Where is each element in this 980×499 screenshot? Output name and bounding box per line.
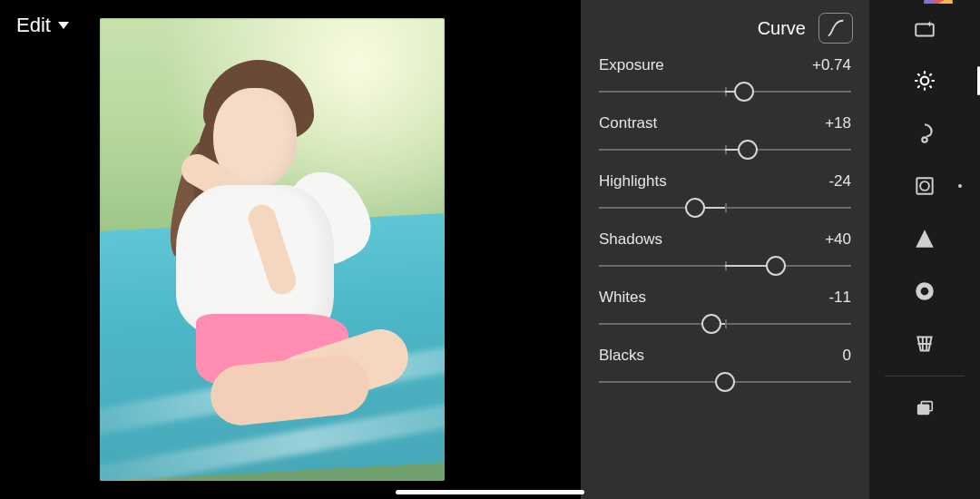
- auto-icon: [913, 18, 936, 42]
- curve-button[interactable]: [818, 13, 853, 44]
- svg-point-3: [921, 77, 929, 85]
- svg-rect-9: [918, 405, 929, 414]
- slider-label: Whites: [599, 289, 646, 307]
- slider-exposure: Exposure+0.74: [599, 56, 851, 102]
- svg-point-4: [922, 137, 926, 142]
- slider-track[interactable]: [599, 82, 851, 102]
- tool-auto[interactable]: [869, 5, 980, 54]
- geometry-icon: [913, 332, 936, 356]
- slider-contrast: Contrast+18: [599, 114, 851, 160]
- slider-header: Whites-11: [599, 289, 851, 307]
- svg-point-6: [920, 181, 929, 191]
- slider-label: Contrast: [599, 114, 657, 132]
- effects-icon: [913, 174, 936, 198]
- slider-list: Exposure+0.74Contrast+18Highlights-24Sha…: [581, 45, 869, 392]
- slider-label: Highlights: [599, 172, 667, 191]
- light-icon: [913, 69, 936, 93]
- versions-icon: [915, 398, 935, 418]
- chevron-down-icon: [58, 22, 69, 29]
- tool-strip: [869, 0, 980, 499]
- tool-optics[interactable]: [869, 265, 980, 318]
- slider-value: +18: [825, 114, 851, 132]
- svg-point-8: [921, 288, 929, 296]
- slider-thumb[interactable]: [738, 140, 758, 160]
- tool-light[interactable]: [869, 54, 980, 107]
- slider-header: Highlights-24: [599, 172, 851, 191]
- light-panel: Curve Exposure+0.74Contrast+18Highlights…: [581, 0, 869, 499]
- slider-track[interactable]: [599, 140, 851, 160]
- home-indicator: [396, 490, 584, 494]
- slider-thumb[interactable]: [734, 82, 754, 102]
- slider-track[interactable]: [599, 256, 851, 276]
- slider-header: Shadows+40: [599, 230, 851, 249]
- tool-color[interactable]: [869, 107, 980, 160]
- slider-header: Contrast+18: [599, 114, 851, 132]
- effects-edited-dot: [958, 184, 962, 188]
- tool-detail[interactable]: [869, 212, 980, 265]
- tool-separator: [885, 376, 965, 377]
- slider-shadows: Shadows+40: [599, 230, 851, 276]
- detail-icon: [913, 227, 936, 250]
- slider-value: +40: [825, 230, 851, 249]
- optics-icon: [913, 279, 936, 303]
- slider-value: 0: [843, 347, 851, 365]
- slider-value: -24: [828, 172, 851, 191]
- slider-label: Shadows: [599, 230, 662, 249]
- mode-label: Edit: [16, 14, 51, 37]
- svg-rect-2: [916, 24, 934, 36]
- presets-icon[interactable]: [924, 0, 953, 4]
- slider-thumb[interactable]: [701, 314, 721, 334]
- curve-icon: [826, 18, 846, 38]
- slider-label: Exposure: [599, 56, 664, 74]
- curve-label: Curve: [758, 18, 806, 39]
- slider-thumb[interactable]: [715, 372, 735, 392]
- slider-label: Blacks: [599, 347, 644, 365]
- tool-versions[interactable]: [869, 382, 980, 435]
- color-icon: [913, 122, 936, 145]
- mode-dropdown[interactable]: Edit: [16, 14, 69, 37]
- slider-blacks: Blacks0: [599, 347, 851, 392]
- slider-header: Exposure+0.74: [599, 56, 851, 74]
- slider-value: +0.74: [812, 56, 851, 74]
- panel-header: Curve: [581, 0, 869, 45]
- svg-rect-5: [916, 178, 932, 193]
- tool-geometry[interactable]: [869, 318, 980, 370]
- app-root: Edit !: [0, 0, 980, 499]
- slider-thumb[interactable]: [766, 256, 786, 276]
- slider-header: Blacks0: [599, 347, 851, 365]
- slider-highlights: Highlights-24: [599, 172, 851, 218]
- slider-whites: Whites-11: [599, 289, 851, 334]
- photo-canvas[interactable]: [100, 18, 445, 481]
- slider-track[interactable]: [599, 198, 851, 218]
- tool-effects[interactable]: [869, 160, 980, 212]
- slider-track[interactable]: [599, 372, 851, 392]
- slider-track[interactable]: [599, 314, 851, 334]
- slider-thumb[interactable]: [685, 198, 705, 218]
- slider-value: -11: [828, 289, 851, 307]
